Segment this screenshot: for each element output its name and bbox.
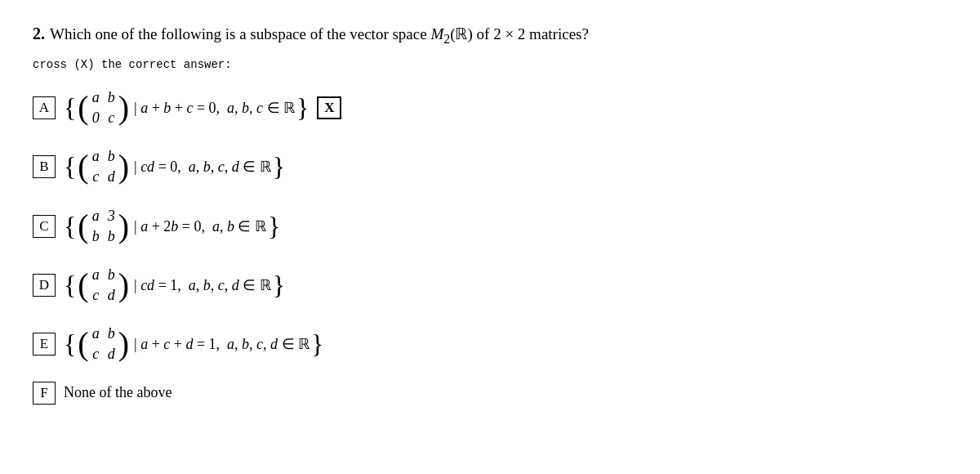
- set-close-e: }: [311, 331, 323, 357]
- cell-c-00: a: [92, 206, 100, 226]
- cell-d-00: a: [92, 265, 100, 285]
- option-a-label: A: [33, 96, 56, 119]
- cell-e-11: d: [108, 344, 115, 364]
- set-close-a: }: [296, 95, 309, 121]
- matrix-d-wrap: ( a b c d ): [78, 263, 129, 307]
- option-b-content: { ( a b c d ) | cd = 0, a, b, c, d ∈ ℝ }: [64, 145, 285, 189]
- paren-right-e: ): [118, 328, 129, 360]
- option-f-label: F: [33, 382, 56, 405]
- matrix-a-wrap: ( a b 0 c ): [78, 86, 129, 130]
- matrix-d: a b c d: [89, 263, 118, 307]
- option-e-row: E { ( a b c d ) | a + c + d = 1, a, b, c…: [33, 322, 947, 366]
- cell-a-00: a: [92, 87, 100, 108]
- set-close-b: }: [273, 154, 285, 180]
- cell-a-01: b: [108, 87, 115, 108]
- correct-mark-a: X: [317, 96, 341, 119]
- option-f-text: None of the above: [64, 384, 172, 401]
- option-f-content: None of the above: [64, 384, 172, 401]
- option-c-label: C: [33, 215, 56, 238]
- cell-e-10: c: [92, 344, 100, 364]
- cell-b-10: c: [92, 167, 100, 187]
- question-header: 2. Which one of the following is a subsp…: [33, 25, 947, 47]
- cell-d-01: b: [108, 265, 115, 285]
- cell-e-00: a: [92, 324, 100, 344]
- set-open-d: {: [64, 272, 76, 298]
- option-c-content: { ( a 3 b b ) | a + 2b = 0, a, b ∈ ℝ }: [64, 204, 280, 248]
- matrix-e-wrap: ( a b c d ): [78, 322, 129, 366]
- matrix-b: a b c d: [89, 145, 118, 189]
- paren-right-a: ): [118, 92, 129, 124]
- cell-d-10: c: [92, 285, 100, 306]
- matrix-c: a 3 b b: [89, 204, 118, 248]
- cell-a-11: c: [108, 108, 115, 128]
- option-c-row: C { ( a 3 b b ) | a + 2b = 0, a, b ∈ ℝ }: [33, 204, 947, 248]
- option-b-label: B: [33, 155, 56, 178]
- question-text: Which one of the following is a subspace…: [50, 25, 589, 47]
- set-open-e: {: [64, 331, 76, 357]
- cell-d-11: d: [108, 285, 115, 306]
- set-open-b: {: [64, 154, 76, 180]
- condition-a: | a + b + c = 0, a, b, c ∈ ℝ: [134, 99, 295, 117]
- question-number: 2.: [33, 25, 45, 43]
- paren-left-d: (: [78, 269, 88, 302]
- matrix-c-wrap: ( a 3 b b ): [78, 204, 129, 248]
- paren-right-b: ): [118, 150, 129, 183]
- cell-b-01: b: [108, 146, 115, 167]
- paren-left-a: (: [78, 92, 88, 124]
- options-list: A { ( a b 0 c ) | a + b + c = 0, a, b, c…: [33, 86, 947, 405]
- set-close-c: }: [268, 213, 280, 239]
- option-e-content: { ( a b c d ) | a + c + d = 1, a, b, c, …: [64, 322, 323, 366]
- option-d-row: D { ( a b c d ) | cd = 1, a, b, c, d ∈ ℝ…: [33, 263, 947, 307]
- paren-left-e: (: [78, 328, 88, 360]
- option-b-row: B { ( a b c d ) | cd = 0, a, b, c, d ∈ ℝ…: [33, 145, 947, 189]
- cell-b-00: a: [92, 146, 100, 167]
- option-f-row: F None of the above: [33, 382, 947, 405]
- option-a-row: A { ( a b 0 c ) | a + b + c = 0, a, b, c…: [33, 86, 947, 130]
- set-open-c: {: [64, 213, 76, 239]
- paren-left-c: (: [78, 210, 88, 243]
- matrix-a: a b 0 c: [89, 86, 118, 130]
- condition-e: | a + c + d = 1, a, b, c, d ∈ ℝ: [134, 335, 310, 353]
- condition-b: | cd = 0, a, b, c, d ∈ ℝ: [134, 158, 271, 176]
- matrix-b-wrap: ( a b c d ): [78, 145, 129, 189]
- paren-right-c: ): [118, 210, 129, 243]
- instruction: cross (X) the correct answer:: [33, 58, 947, 71]
- condition-d: | cd = 1, a, b, c, d ∈ ℝ: [134, 276, 271, 294]
- paren-left-b: (: [78, 150, 88, 183]
- cell-a-10: 0: [92, 108, 100, 128]
- set-close-d: }: [273, 272, 285, 298]
- paren-right-d: ): [118, 269, 129, 302]
- matrix-e: a b c d: [89, 322, 118, 366]
- cell-e-01: b: [108, 324, 115, 344]
- option-d-label: D: [33, 274, 56, 297]
- cell-c-11: b: [108, 226, 115, 247]
- cell-b-11: d: [108, 167, 115, 187]
- set-open-a: {: [64, 95, 76, 121]
- condition-c: | a + 2b = 0, a, b ∈ ℝ: [134, 217, 266, 235]
- option-d-content: { ( a b c d ) | cd = 1, a, b, c, d ∈ ℝ }: [64, 263, 285, 307]
- option-a-content: { ( a b 0 c ) | a + b + c = 0, a, b, c ∈…: [64, 86, 341, 130]
- cell-c-10: b: [92, 226, 100, 247]
- cell-c-01: 3: [108, 206, 115, 226]
- option-e-label: E: [33, 333, 56, 356]
